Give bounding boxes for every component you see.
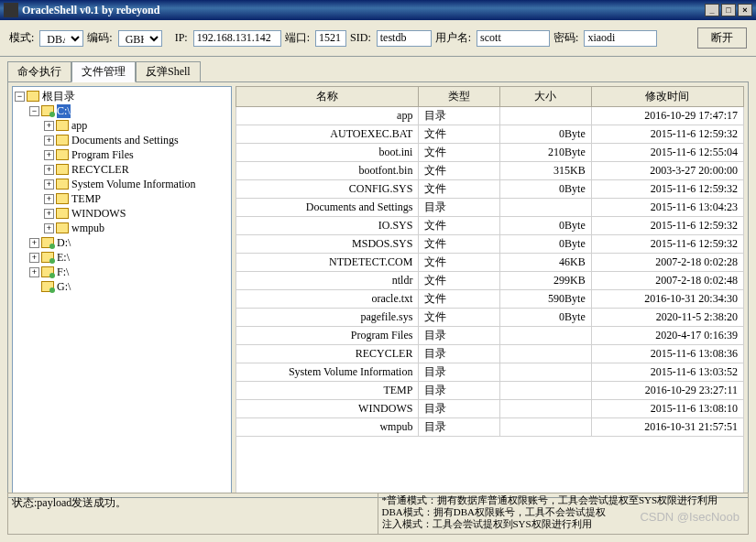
port-input[interactable] [315,30,346,47]
tree-folder[interactable]: +WINDOWS [15,206,229,221]
tree-folder[interactable]: +Program Files [15,147,229,162]
table-header-row[interactable]: 名称 类型 大小 修改时间 [236,87,744,107]
col-name[interactable]: 名称 [236,87,419,107]
table-row[interactable]: MSDOS.SYS文件0Byte2015-11-6 12:59:32 [236,235,744,254]
expand-icon[interactable]: + [44,194,54,204]
table-row[interactable]: NTDETECT.COM文件46KB2007-2-18 0:02:28 [236,254,744,272]
tree-drive-g[interactable]: G:\ [15,279,229,294]
table-row[interactable]: System Volume Information目录2015-11-6 13:… [236,363,744,382]
ip-input[interactable] [193,30,281,47]
cell-time: 2015-11-6 12:59:32 [591,125,743,144]
table-row[interactable]: app目录2016-10-29 17:47:17 [236,107,744,125]
expand-icon[interactable]: + [44,223,54,233]
folder-icon [56,222,69,233]
expand-icon[interactable]: + [44,165,54,175]
cell-time: 2020-11-5 2:38:20 [591,309,743,327]
tree-folder[interactable]: +app [15,118,229,133]
cell-type: 目录 [419,363,500,382]
table-row[interactable]: boot.ini文件210Byte2015-11-6 12:55:04 [236,144,744,162]
cell-size [500,382,592,400]
expand-icon[interactable]: + [29,253,39,263]
folder-icon [27,91,39,102]
tree-root[interactable]: − 根目录 [15,89,229,103]
tree-drive-f[interactable]: + F:\ [15,265,229,279]
cell-name: NTDETECT.COM [236,254,419,272]
cell-time: 2015-11-6 13:03:52 [591,363,743,382]
table-row[interactable]: Program Files目录2020-4-17 0:16:39 [236,327,744,345]
expand-icon[interactable]: + [44,150,54,160]
cell-name: Program Files [236,327,419,345]
tab-cmd[interactable]: 命令执行 [7,61,71,82]
pass-label: 密码: [553,30,578,46]
cell-time: 2020-4-17 0:16:39 [591,327,743,345]
tab-file[interactable]: 文件管理 [71,61,136,82]
table-row[interactable]: TEMP目录2016-10-29 23:27:11 [236,382,744,400]
cell-name: System Volume Information [236,363,419,382]
cell-type: 文件 [419,125,500,144]
col-type[interactable]: 类型 [419,87,500,107]
expand-icon[interactable]: + [44,136,54,146]
table-row[interactable]: RECYCLER目录2015-11-6 13:08:36 [236,345,744,363]
table-row[interactable]: oracle.txt文件590Byte2016-10-31 20:34:30 [236,290,744,309]
window-controls: _ □ × [703,4,752,16]
expand-icon[interactable]: + [29,267,39,277]
tree-folder[interactable]: +TEMP [15,191,229,206]
collapse-icon[interactable]: − [15,92,25,102]
tree-drive-c[interactable]: − C:\ [15,103,229,118]
col-size[interactable]: 大小 [500,87,592,107]
table-row[interactable]: IO.SYS文件0Byte2015-11-6 12:59:32 [236,217,744,235]
table-row[interactable]: bootfont.bin文件315KB2003-3-27 20:00:00 [236,162,744,180]
file-table-pane: 名称 类型 大小 修改时间 app目录2016-10-29 17:47:17AU… [236,86,744,493]
cell-type: 文件 [419,217,500,235]
table-row[interactable]: ntldr文件299KB2007-2-18 0:02:48 [236,272,744,290]
user-input[interactable] [477,30,550,47]
expand-icon[interactable]: + [44,209,54,219]
cell-time: 2015-11-6 12:59:32 [591,180,743,199]
cell-size [500,400,592,418]
table-row[interactable]: CONFIG.SYS文件0Byte2015-11-6 12:59:32 [236,180,744,199]
disconnect-button[interactable]: 断开 [697,27,747,49]
mode-select[interactable]: DBA [39,30,83,47]
sid-input[interactable] [377,30,432,47]
tree-drive-e[interactable]: + E:\ [15,250,229,265]
cell-size: 299KB [500,272,592,290]
table-row[interactable]: WINDOWS目录2015-11-6 13:08:10 [236,400,744,418]
maximize-button[interactable]: □ [721,4,736,16]
table-row[interactable]: wmpub目录2016-10-31 21:57:51 [236,418,744,437]
cell-time: 2007-2-18 0:02:28 [591,254,743,272]
cell-type: 文件 [419,254,500,272]
tab-shell[interactable]: 反弹Shell [136,61,201,82]
table-row[interactable]: pagefile.sys文件0Byte2020-11-5 2:38:20 [236,309,744,327]
cell-size: 0Byte [500,180,592,199]
cell-time: 2016-10-31 21:57:51 [591,418,743,437]
cell-name: RECYCLER [236,345,419,363]
tree-folder[interactable]: +System Volume Information [15,177,229,191]
encoding-select[interactable]: GBK [118,30,162,47]
cell-time: 2015-11-6 13:08:36 [591,345,743,363]
table-row[interactable]: Documents and Settings目录2015-11-6 13:04:… [236,199,744,217]
tree-folder[interactable]: +wmpub [15,221,229,235]
folder-icon [56,164,69,175]
cell-type: 目录 [419,107,500,125]
col-time[interactable]: 修改时间 [591,87,743,107]
expand-icon[interactable]: + [44,179,54,190]
tree-folder[interactable]: +RECYCLER [15,162,229,177]
table-empty-area [236,437,744,493]
collapse-icon[interactable]: − [29,106,39,116]
cell-type: 文件 [419,309,500,327]
minimize-button[interactable]: _ [705,4,719,16]
file-table[interactable]: 名称 类型 大小 修改时间 app目录2016-10-29 17:47:17AU… [236,86,744,437]
folder-icon [56,179,69,190]
cell-time: 2016-10-29 17:47:17 [591,107,743,125]
tree-folder[interactable]: +Documents and Settings [15,133,229,147]
tree-drive-d[interactable]: + D:\ [15,235,229,250]
cell-type: 目录 [419,418,500,437]
expand-icon[interactable]: + [29,238,39,248]
expand-icon[interactable]: + [44,121,54,131]
pass-input[interactable] [584,30,657,47]
cell-size: 590Byte [500,290,592,309]
close-button[interactable]: × [738,4,752,16]
folder-tree[interactable]: − 根目录 − C:\ +app+Documents and Settings+… [12,86,232,493]
cell-name: IO.SYS [236,217,419,235]
table-row[interactable]: AUTOEXEC.BAT文件0Byte2015-11-6 12:59:32 [236,125,744,144]
